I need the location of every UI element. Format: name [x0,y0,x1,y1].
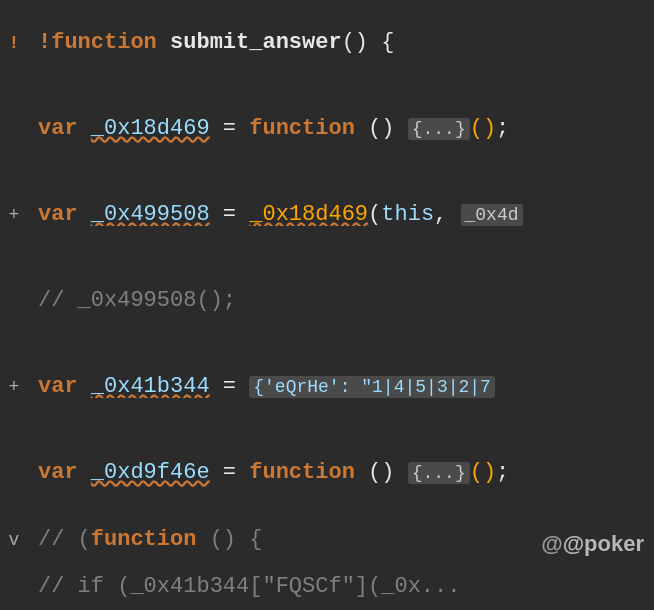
gutter-arrow-1: ! [9,34,20,52]
comment-4: // _0x499508(); [38,288,236,313]
var-name-5: _0x41b344 [91,376,210,398]
exclaim-token: ! [38,30,51,55]
code-line-7: // (function () { [28,529,262,551]
comment-8: // if (_0x41b344["FQSCf"](_0x... [38,576,460,598]
gutter-plus-5: + [9,378,20,396]
watermark-text: @poker [563,531,644,556]
function-name: submit_answer [170,30,342,55]
code-line-6: var _0xd9f46e = function () {...}(); [28,462,509,484]
var-name-3: _0x499508 [91,204,210,226]
collapsed-obj-5: {'eQrHe': "1|4|5|3|2|7 [249,376,495,398]
var-keyword-5: var [38,376,78,398]
brace-open-1: { [381,30,394,55]
collapsed-block-6: {...} [408,462,470,484]
code-line-8: // if (_0x41b344["FQSCf"](_0x... [28,576,460,598]
function-keyword-1: function [51,30,157,55]
collapsed-block-2: {...} [408,118,470,140]
paren-open-1: () [342,30,368,55]
code-line-4: // _0x499508(); [28,290,236,312]
code-line-5: var _0x41b344 = {'eQrHe': "1|4|5|3|2|7 [28,376,495,398]
fn-call-3: _0x18d469 [249,204,368,226]
comment-7: // ( [38,527,91,552]
var-keyword-3: var [38,204,78,226]
var-name-6: _0xd9f46e [91,460,210,485]
code-line-3: var _0x499508 = _0x18d469(this, _0x4d [28,204,523,226]
code-line-2: var _0x18d469 = function () {...}(); [28,118,509,140]
code-editor: ! !function submit_answer() { var _0x18d… [0,0,654,610]
var-keyword-2: var [38,116,78,141]
code-line-1: !function submit_answer() { [28,32,394,54]
var-keyword-6: var [38,460,78,485]
watermark-at: @ [541,531,562,556]
gutter-plus-3: + [9,206,20,224]
comment-7b: () { [196,527,262,552]
function-keyword-6: function [249,460,355,485]
var-name-2: _0x18d469 [91,116,210,141]
watermark: @@poker [541,533,644,555]
function-keyword-2: function [249,116,355,141]
gutter-arrow-7: v [9,531,20,549]
collapsed-arg-3: _0x4d [461,204,523,226]
function-keyword-7: function [91,527,197,552]
